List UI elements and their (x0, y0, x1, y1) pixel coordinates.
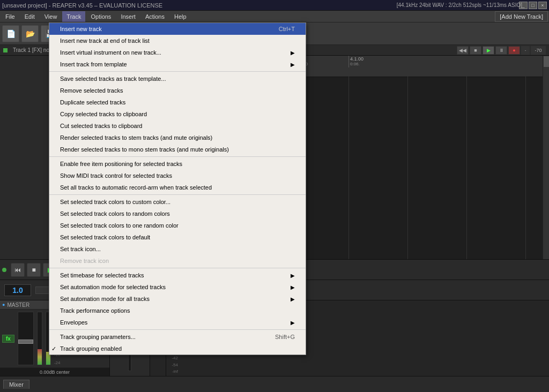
menu-set-track-icon[interactable]: Set track icon... (49, 243, 306, 255)
menu-auto-record-arm[interactable]: Set all tracks to automatic record-arm w… (49, 182, 306, 193)
menu-track-grouping-enabled[interactable]: ✓ Track grouping enabled (49, 343, 306, 355)
menu-set-automation-all[interactable]: Set automation mode for all tracks ▶ (49, 293, 306, 305)
menu-edit[interactable]: Edit (20, 11, 39, 22)
menu-color-random[interactable]: Set selected track colors to random colo… (49, 208, 306, 220)
track-indicator (3, 48, 8, 52)
close-button[interactable]: × (538, 2, 547, 9)
menu-remove-selected[interactable]: Remove selected tracks (49, 85, 306, 96)
menu-cut-clipboard[interactable]: Cut selected tracks to clipboard (49, 120, 306, 132)
play-button-small[interactable]: ▶ (483, 46, 494, 55)
master-vu-left (37, 312, 42, 365)
transport-small-controls: ◀◀ ■ ▶ ⏸ ● - -70 (457, 46, 546, 55)
menu-bar: File Edit View Track Options Insert Acti… (0, 11, 549, 22)
menu-copy-clipboard[interactable]: Copy selected tracks to clipboard (49, 108, 306, 120)
submenu-arrow: ▶ (291, 50, 295, 56)
app-title: [unsaved project] - REAPER v3.45 – EVALU… (2, 2, 162, 9)
menu-insert-new-track[interactable]: Insert new track Ctrl+T (49, 23, 306, 35)
vol-down-button[interactable]: - (521, 46, 530, 55)
menu-duplicate[interactable]: Duplicate selected tracks (49, 96, 306, 108)
window-controls: _ □ × (519, 2, 547, 9)
menu-sep-5 (49, 329, 306, 330)
v-scrollbar-thumb[interactable] (544, 56, 549, 67)
menu-color-one-random[interactable]: Set selected track colors to one random … (49, 220, 306, 231)
menu-sep-1 (49, 71, 306, 72)
submenu-arrow-automation-all: ▶ (291, 296, 295, 302)
open-button[interactable]: 📂 (21, 25, 39, 42)
menu-sep-4 (49, 268, 306, 268)
menu-insert-at-end[interactable]: Insert new track at end of track list (49, 35, 306, 47)
master-fader-value: 0.00dB center (0, 367, 109, 376)
master-fader-thumb[interactable] (18, 340, 33, 344)
master-fader-track (18, 312, 34, 365)
menu-color-custom[interactable]: Set selected track colors to custom colo… (49, 196, 306, 208)
menu-envelopes[interactable]: Envelopes ▶ (49, 316, 306, 328)
menu-insert-virtual[interactable]: Insert virtual instrument on new track..… (49, 47, 306, 58)
ruler-mark-5: 4.1.00 0:06. (348, 56, 363, 67)
status-right: [44.1kHz 24bit WAV : 2/2ch 512spls ~11/1… (397, 2, 522, 8)
menu-actions[interactable]: Actions (141, 11, 169, 22)
new-project-button[interactable]: 📄 (2, 25, 19, 42)
menu-set-timebase[interactable]: Set timebase for selected tracks ▶ (49, 269, 306, 281)
maximize-button[interactable]: □ (529, 2, 537, 9)
menu-render-mono-stem[interactable]: Render selected tracks to mono stem trac… (49, 144, 306, 155)
menu-remove-track-icon[interactable]: Remove track icon (49, 255, 306, 267)
fx-button[interactable]: fx (2, 335, 14, 343)
submenu-arrow: ▶ (291, 62, 295, 67)
stop-button[interactable]: ■ (27, 263, 41, 277)
record-button-small[interactable]: ● (508, 46, 520, 55)
vu-level (38, 349, 42, 365)
menu-free-item-positioning[interactable]: Enable free item positioning for selecte… (49, 158, 306, 170)
pause-button-small[interactable]: ⏸ (495, 46, 507, 55)
menu-render-stem[interactable]: Render selected tracks to stem tracks (a… (49, 132, 306, 144)
prev-track-button[interactable]: ⏮ (11, 263, 25, 277)
master-indicator: ● (2, 302, 5, 307)
vol-display: -70 (531, 46, 546, 55)
prev-button-small[interactable]: ◀◀ (457, 46, 469, 55)
menu-track-performance[interactable]: Track performance options (49, 305, 306, 316)
menu-sep-3 (49, 194, 306, 195)
submenu-arrow-envelopes: ▶ (291, 320, 295, 326)
submenu-arrow-timebase: ▶ (291, 273, 295, 278)
stop-button-small[interactable]: ■ (470, 46, 481, 55)
menu-show-midi-control[interactable]: Show MIDI track control for selected tra… (49, 170, 306, 182)
menu-save-template[interactable]: Save selected tracks as track template..… (49, 73, 306, 85)
check-icon: ✓ (51, 345, 56, 352)
menu-view[interactable]: View (40, 11, 62, 22)
menu-options[interactable]: Options (86, 11, 115, 22)
status-indicator (2, 268, 6, 272)
track-dropdown-menu: Insert new track Ctrl+T Insert new track… (49, 22, 306, 355)
menu-help[interactable]: Help (170, 11, 191, 22)
menu-color-default[interactable]: Set selected track colors to default (49, 231, 306, 243)
menu-sep-2 (49, 156, 306, 157)
mixer-tab[interactable]: Mixer (3, 380, 29, 389)
menu-track[interactable]: Track (62, 11, 85, 22)
menu-track-grouping-params[interactable]: Track grouping parameters... Shift+G (49, 331, 306, 343)
menu-insert[interactable]: Insert (116, 11, 140, 22)
menu-set-automation-mode[interactable]: Set automation mode for selected tracks … (49, 281, 306, 293)
add-new-track-button[interactable]: [Add New Track] (495, 11, 548, 22)
position-display: 1.0 (4, 284, 31, 296)
menu-insert-template[interactable]: Insert track from template ▶ (49, 58, 306, 70)
mixer-bar: Mixer (0, 376, 549, 392)
menu-file[interactable]: File (1, 11, 19, 22)
submenu-arrow-automation: ▶ (291, 284, 295, 290)
